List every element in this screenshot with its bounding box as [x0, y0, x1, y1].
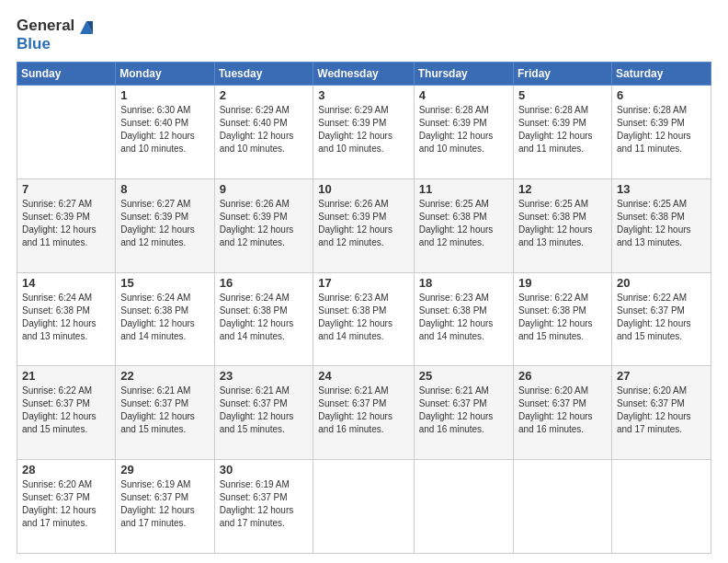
cell-info: Sunrise: 6:29 AM Sunset: 6:39 PM Dayligh…: [318, 104, 408, 155]
weekday-header-row: SundayMondayTuesdayWednesdayThursdayFrid…: [17, 63, 711, 86]
calendar-cell: 8Sunrise: 6:27 AM Sunset: 6:39 PM Daylig…: [116, 178, 214, 272]
week-row-2: 7Sunrise: 6:27 AM Sunset: 6:39 PM Daylig…: [17, 178, 711, 272]
weekday-header-tuesday: Tuesday: [214, 63, 313, 86]
calendar-cell: 26Sunrise: 6:20 AM Sunset: 6:37 PM Dayli…: [513, 366, 611, 460]
calendar-cell: 19Sunrise: 6:22 AM Sunset: 6:38 PM Dayli…: [513, 272, 611, 366]
calendar-cell: 25Sunrise: 6:21 AM Sunset: 6:37 PM Dayli…: [414, 366, 513, 460]
cell-info: Sunrise: 6:24 AM Sunset: 6:38 PM Dayligh…: [120, 292, 209, 343]
calendar-cell: 3Sunrise: 6:29 AM Sunset: 6:39 PM Daylig…: [313, 86, 414, 179]
calendar-cell: 29Sunrise: 6:19 AM Sunset: 6:37 PM Dayli…: [116, 460, 214, 554]
day-number: 20: [617, 276, 706, 290]
day-number: 7: [22, 182, 110, 196]
header: General Blue: [17, 17, 711, 52]
calendar-cell: 7Sunrise: 6:27 AM Sunset: 6:39 PM Daylig…: [17, 178, 116, 272]
logo-icon: [76, 17, 97, 38]
cell-info: Sunrise: 6:24 AM Sunset: 6:38 PM Dayligh…: [22, 292, 110, 343]
cell-info: Sunrise: 6:25 AM Sunset: 6:38 PM Dayligh…: [617, 198, 706, 249]
day-number: 30: [220, 463, 309, 477]
day-number: 28: [22, 463, 110, 477]
calendar-cell: 20Sunrise: 6:22 AM Sunset: 6:37 PM Dayli…: [611, 272, 711, 366]
calendar-cell: 12Sunrise: 6:25 AM Sunset: 6:38 PM Dayli…: [513, 178, 611, 272]
cell-info: Sunrise: 6:30 AM Sunset: 6:40 PM Dayligh…: [120, 104, 209, 155]
day-number: 18: [419, 276, 508, 290]
day-number: 21: [22, 369, 110, 383]
day-number: 1: [120, 88, 209, 102]
day-number: 25: [419, 369, 508, 383]
calendar-cell: 13Sunrise: 6:25 AM Sunset: 6:38 PM Dayli…: [611, 178, 711, 272]
cell-info: Sunrise: 6:27 AM Sunset: 6:39 PM Dayligh…: [120, 198, 209, 249]
cell-info: Sunrise: 6:22 AM Sunset: 6:38 PM Dayligh…: [518, 292, 607, 343]
calendar-cell: 21Sunrise: 6:22 AM Sunset: 6:37 PM Dayli…: [17, 366, 116, 460]
day-number: 5: [518, 88, 607, 102]
day-number: 26: [518, 369, 607, 383]
cell-info: Sunrise: 6:20 AM Sunset: 6:37 PM Dayligh…: [518, 385, 607, 436]
day-number: 3: [318, 88, 408, 102]
logo-area: General Blue: [17, 17, 97, 52]
day-number: 22: [120, 369, 209, 383]
day-number: 10: [318, 182, 408, 196]
calendar-cell: 24Sunrise: 6:21 AM Sunset: 6:37 PM Dayli…: [313, 366, 414, 460]
calendar-cell: [17, 86, 116, 179]
calendar-cell: 4Sunrise: 6:28 AM Sunset: 6:39 PM Daylig…: [414, 86, 513, 179]
cell-info: Sunrise: 6:19 AM Sunset: 6:37 PM Dayligh…: [120, 478, 209, 530]
day-number: 14: [22, 276, 110, 290]
day-number: 17: [318, 276, 408, 290]
calendar-cell: 1Sunrise: 6:30 AM Sunset: 6:40 PM Daylig…: [116, 86, 214, 179]
day-number: 29: [120, 463, 209, 477]
calendar-cell: 28Sunrise: 6:20 AM Sunset: 6:37 PM Dayli…: [17, 460, 116, 554]
weekday-header-thursday: Thursday: [414, 63, 513, 86]
week-row-1: 1Sunrise: 6:30 AM Sunset: 6:40 PM Daylig…: [17, 86, 711, 179]
cell-info: Sunrise: 6:24 AM Sunset: 6:38 PM Dayligh…: [220, 292, 309, 343]
day-number: 6: [617, 88, 706, 102]
calendar-cell: 9Sunrise: 6:26 AM Sunset: 6:39 PM Daylig…: [214, 178, 313, 272]
cell-info: Sunrise: 6:19 AM Sunset: 6:37 PM Dayligh…: [220, 478, 309, 530]
cell-info: Sunrise: 6:23 AM Sunset: 6:38 PM Dayligh…: [318, 292, 408, 343]
calendar-cell: [513, 460, 611, 554]
cell-info: Sunrise: 6:25 AM Sunset: 6:38 PM Dayligh…: [419, 198, 508, 249]
day-number: 2: [220, 88, 309, 102]
day-number: 15: [120, 276, 209, 290]
weekday-header-wednesday: Wednesday: [313, 63, 414, 86]
weekday-header-sunday: Sunday: [17, 63, 116, 86]
calendar-cell: 16Sunrise: 6:24 AM Sunset: 6:38 PM Dayli…: [214, 272, 313, 366]
calendar-cell: 18Sunrise: 6:23 AM Sunset: 6:38 PM Dayli…: [414, 272, 513, 366]
day-number: 27: [617, 369, 706, 383]
calendar-cell: 30Sunrise: 6:19 AM Sunset: 6:37 PM Dayli…: [214, 460, 313, 554]
cell-info: Sunrise: 6:27 AM Sunset: 6:39 PM Dayligh…: [22, 198, 110, 249]
cell-info: Sunrise: 6:25 AM Sunset: 6:38 PM Dayligh…: [518, 198, 607, 249]
day-number: 11: [419, 182, 508, 196]
calendar-cell: [611, 460, 711, 554]
calendar-cell: 2Sunrise: 6:29 AM Sunset: 6:40 PM Daylig…: [214, 86, 313, 179]
calendar-cell: 14Sunrise: 6:24 AM Sunset: 6:38 PM Dayli…: [17, 272, 116, 366]
cell-info: Sunrise: 6:29 AM Sunset: 6:40 PM Dayligh…: [220, 104, 309, 155]
calendar-cell: 11Sunrise: 6:25 AM Sunset: 6:38 PM Dayli…: [414, 178, 513, 272]
calendar-table: SundayMondayTuesdayWednesdayThursdayFrid…: [17, 62, 711, 554]
day-number: 9: [220, 182, 309, 196]
cell-info: Sunrise: 6:28 AM Sunset: 6:39 PM Dayligh…: [617, 104, 706, 155]
cell-info: Sunrise: 6:21 AM Sunset: 6:37 PM Dayligh…: [419, 385, 508, 436]
weekday-header-monday: Monday: [116, 63, 214, 86]
calendar-cell: 17Sunrise: 6:23 AM Sunset: 6:38 PM Dayli…: [313, 272, 414, 366]
page: General Blue SundayMondayTuesdayWednesda…: [0, 0, 728, 563]
cell-info: Sunrise: 6:22 AM Sunset: 6:37 PM Dayligh…: [617, 292, 706, 343]
calendar-cell: [414, 460, 513, 554]
cell-info: Sunrise: 6:28 AM Sunset: 6:39 PM Dayligh…: [419, 104, 508, 155]
calendar-cell: 15Sunrise: 6:24 AM Sunset: 6:38 PM Dayli…: [116, 272, 214, 366]
cell-info: Sunrise: 6:26 AM Sunset: 6:39 PM Dayligh…: [220, 198, 309, 249]
week-row-5: 28Sunrise: 6:20 AM Sunset: 6:37 PM Dayli…: [17, 460, 711, 554]
weekday-header-friday: Friday: [513, 63, 611, 86]
week-row-4: 21Sunrise: 6:22 AM Sunset: 6:37 PM Dayli…: [17, 366, 711, 460]
calendar-cell: 22Sunrise: 6:21 AM Sunset: 6:37 PM Dayli…: [116, 366, 214, 460]
cell-info: Sunrise: 6:21 AM Sunset: 6:37 PM Dayligh…: [220, 385, 309, 436]
calendar-cell: 5Sunrise: 6:28 AM Sunset: 6:39 PM Daylig…: [513, 86, 611, 179]
cell-info: Sunrise: 6:22 AM Sunset: 6:37 PM Dayligh…: [22, 385, 110, 436]
week-row-3: 14Sunrise: 6:24 AM Sunset: 6:38 PM Dayli…: [17, 272, 711, 366]
day-number: 24: [318, 369, 408, 383]
logo: General Blue: [17, 17, 97, 52]
calendar-cell: 27Sunrise: 6:20 AM Sunset: 6:37 PM Dayli…: [611, 366, 711, 460]
cell-info: Sunrise: 6:20 AM Sunset: 6:37 PM Dayligh…: [22, 478, 110, 530]
cell-info: Sunrise: 6:21 AM Sunset: 6:37 PM Dayligh…: [318, 385, 408, 436]
day-number: 4: [419, 88, 508, 102]
cell-info: Sunrise: 6:26 AM Sunset: 6:39 PM Dayligh…: [318, 198, 408, 249]
calendar-cell: [313, 460, 414, 554]
